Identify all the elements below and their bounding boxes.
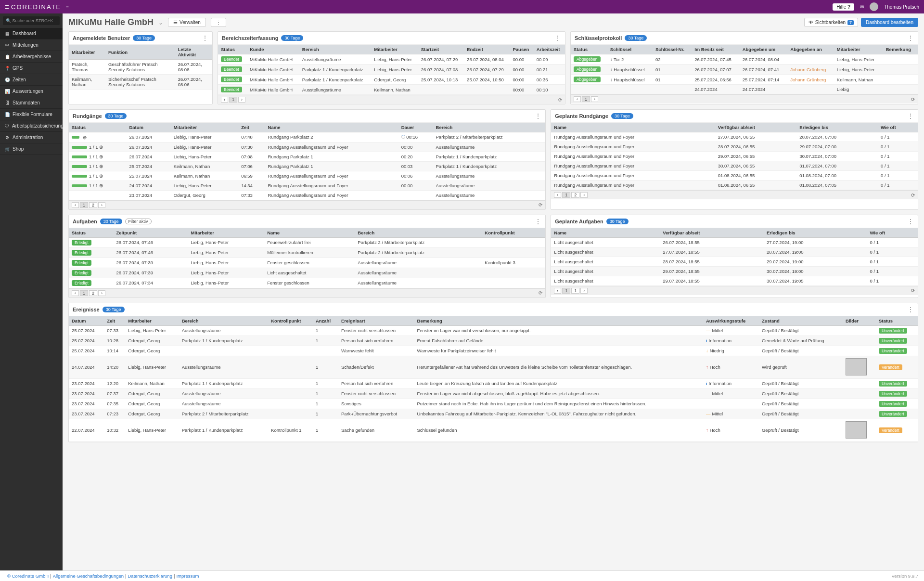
sidebar-item-dashboard[interactable]: ▦Dashboard [0, 28, 63, 39]
column-header[interactable]: Mitarbeiter [125, 316, 179, 326]
pager-next[interactable]: › [98, 290, 105, 296]
table-row[interactable]: Rundgang Ausstellungsraum und Foyer28.07… [551, 142, 918, 152]
sidebar-item-arbeitsergebnisse[interactable]: 📋Arbeitsergebnisse [0, 51, 63, 63]
table-row[interactable]: ⊕26.07.2024Liebig, Hans-Peter07:48Rundga… [69, 132, 545, 142]
column-header[interactable]: Wie oft [878, 123, 918, 132]
column-header[interactable]: Zustand [759, 316, 843, 326]
user-name[interactable]: Thomas Pratsch [884, 4, 919, 10]
column-header[interactable]: Datum [69, 316, 104, 326]
search-input[interactable]: 🔍 Suche oder STRG+K [3, 16, 60, 25]
column-header[interactable]: Mitarbeiter [371, 45, 418, 54]
pager-prev[interactable]: ‹ [574, 96, 581, 102]
refresh-icon[interactable]: ⟳ [539, 202, 542, 207]
table-row[interactable]: Rundgang Ausstellungsraum und Foyer29.07… [551, 152, 918, 161]
table-row[interactable]: Abgegeben↓ Hauptschlüssel0125.07.2024, 0… [571, 75, 918, 85]
event-image[interactable] [846, 358, 867, 375]
refresh-icon[interactable]: ⟳ [558, 97, 562, 103]
pager-prev[interactable]: ‹ [554, 288, 561, 294]
sidebar-item-shop[interactable]: 🛒Shop [0, 143, 63, 155]
mail-icon[interactable]: ✉ [860, 4, 864, 10]
table-row[interactable]: Licht ausgeschaltet27.07.2024, 18:5528.0… [551, 247, 918, 257]
column-header[interactable]: Status [571, 45, 607, 54]
pager-page[interactable]: 1 [582, 96, 590, 102]
column-header[interactable]: Mitarbeiter [69, 45, 105, 60]
column-header[interactable]: Status [218, 45, 247, 54]
column-header[interactable]: Status [69, 123, 126, 132]
table-row[interactable]: 23.07.2024Odergut, Georg07:33Rundgang Au… [69, 190, 545, 200]
table-row[interactable]: BeendetMiKuMu Halle GmbHAusstellungsräum… [218, 85, 565, 95]
table-row[interactable]: Rundgang Ausstellungsraum und Foyer27.07… [551, 132, 918, 142]
pager-prev[interactable]: ‹ [221, 97, 228, 103]
pager-next[interactable]: › [580, 288, 588, 294]
event-image[interactable] [846, 421, 867, 439]
table-row[interactable]: Pratsch, ThomasGeschäftsführer Pratsch S… [69, 60, 212, 75]
panel-menu-icon[interactable]: ⋮ [535, 112, 541, 120]
column-header[interactable]: Endzeit [464, 45, 510, 54]
column-header[interactable]: Im Besitz seit [692, 45, 740, 54]
column-header[interactable]: Bereich [433, 123, 546, 132]
pager-page[interactable]: 2 [571, 192, 579, 198]
pager-page[interactable]: 1 [80, 202, 88, 208]
column-header[interactable]: Status [69, 228, 113, 238]
table-row[interactable]: Rundgang Ausstellungsraum und Foyer01.08… [551, 181, 918, 190]
column-header[interactable]: Funktion [105, 45, 175, 60]
column-header[interactable]: Anzahl [313, 316, 338, 326]
column-header[interactable]: Name [551, 228, 660, 238]
manage-button[interactable]: ☰ Verwalten [168, 18, 206, 27]
sidebar-item-mitteilungen[interactable]: ✉Mitteilungen [0, 39, 63, 51]
column-header[interactable]: Kontrollpunkt [268, 316, 313, 326]
column-header[interactable]: Zeit [104, 316, 125, 326]
refresh-icon[interactable]: ⟳ [911, 288, 915, 293]
pager-next[interactable]: › [98, 202, 105, 208]
table-row[interactable]: Abgegeben↓ Tor 20226.07.2024, 07:4526.07… [571, 54, 918, 65]
panel-menu-icon[interactable]: ⋮ [907, 112, 914, 120]
panel-menu-icon[interactable]: ⋮ [202, 34, 208, 42]
table-row[interactable]: 1 / 1 ⊕25.07.2024Keilmann, Nathan07:06Ru… [69, 161, 545, 171]
pager-page[interactable]: 1 [562, 288, 570, 294]
pager-page[interactable]: 1 [562, 192, 570, 198]
column-header[interactable]: Bereich [299, 45, 371, 54]
table-row[interactable]: BeendetMiKuMu Halle GmbHParkplatz 1 / Ku… [218, 65, 565, 75]
pager-page[interactable]: 1 [571, 288, 579, 294]
column-header[interactable]: Erledigen bis [764, 228, 867, 238]
column-header[interactable]: Bemerkung [883, 45, 918, 54]
column-header[interactable]: Dauer [398, 123, 433, 132]
sidebar-item-administration[interactable]: ⚙Administration [0, 132, 63, 143]
column-header[interactable]: Bereich [179, 316, 269, 326]
avatar[interactable] [870, 2, 878, 11]
help-button[interactable]: Hilfe ? [833, 3, 854, 11]
table-row[interactable]: Erledigt26.07.2024, 07:39Liebig, Hans-Pe… [69, 258, 545, 268]
table-row[interactable]: 24.07.202414:20Liebig, Hans-PeterAusstel… [69, 356, 918, 378]
pager-prev[interactable]: ‹ [72, 290, 79, 296]
table-row[interactable]: 23.07.202412:20Keilmann, NathanParkplatz… [69, 378, 918, 388]
column-header[interactable]: Arbeitszeit [534, 45, 565, 54]
column-header[interactable]: Abgegeben an [787, 45, 834, 54]
column-header[interactable]: Kontrollpunkt [482, 228, 545, 238]
column-header[interactable]: Bilder [843, 316, 876, 326]
table-row[interactable]: 1 / 1 ⊕24.07.2024Liebig, Hans-Peter14:34… [69, 181, 545, 190]
table-row[interactable]: Keilmann, NathanSicherheitschef Pratsch … [69, 75, 212, 90]
table-row[interactable]: Abgegeben↓ Hauptschlüssel0126.07.2024, 0… [571, 65, 918, 75]
column-header[interactable]: Name [264, 228, 355, 238]
refresh-icon[interactable]: ⟳ [539, 290, 542, 296]
panel-menu-icon[interactable]: ⋮ [907, 218, 914, 225]
column-header[interactable]: Pausen [510, 45, 533, 54]
footer-copy[interactable]: © Coredinate GmbH [7, 573, 49, 579]
panel-menu-icon[interactable]: ⋮ [554, 34, 561, 42]
column-header[interactable]: Zeitpunkt [113, 228, 188, 238]
table-row[interactable]: 23.07.202407:23Odergut, GeorgParkplatz 2… [69, 409, 918, 419]
table-row[interactable]: Licht ausgeschaltet28.07.2024, 18:5529.0… [551, 257, 918, 266]
panel-menu-icon[interactable]: ⋮ [907, 306, 914, 313]
sidebar-item-auswertungen[interactable]: 📊Auswertungen [0, 86, 63, 97]
table-row[interactable]: 23.07.202407:35Odergut, GeorgAusstellung… [69, 399, 918, 409]
sidebar-item-flexible-formulare[interactable]: 📄Flexible Formulare [0, 109, 63, 120]
table-row[interactable]: Licht ausgeschaltet29.07.2024, 18:5530.0… [551, 276, 918, 285]
refresh-icon[interactable]: ⟳ [911, 193, 915, 198]
table-row[interactable]: BeendetMiKuMu Halle GmbHAusstellungsräum… [218, 54, 565, 65]
column-header[interactable]: Datum [126, 123, 170, 132]
pager-page[interactable]: 1 [80, 290, 88, 296]
sidebar-item-zeiten[interactable]: 🕒Zeiten [0, 74, 63, 86]
column-header[interactable]: Letzte Aktivität [175, 45, 212, 60]
pager-page[interactable]: 2 [89, 202, 97, 208]
column-header[interactable]: Mitarbeiter [171, 123, 238, 132]
